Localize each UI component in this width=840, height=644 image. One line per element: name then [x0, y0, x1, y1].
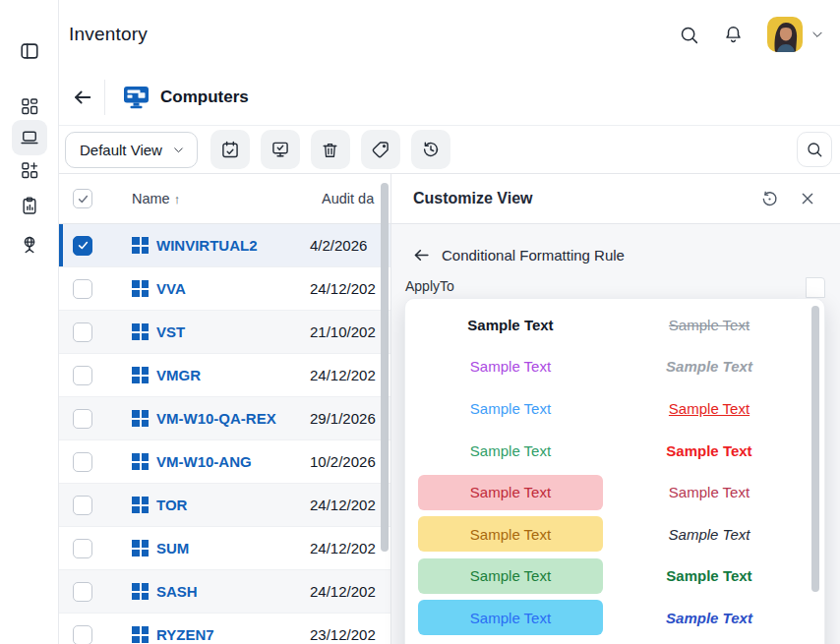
trash-icon: [321, 141, 339, 159]
rule-back-button[interactable]: [411, 245, 431, 264]
row-checkbox[interactable]: [73, 409, 92, 429]
tag-button[interactable]: [361, 130, 400, 169]
style-option-row: Sample Text Sample Text: [405, 430, 824, 472]
calendar-check-icon: [220, 140, 240, 159]
row-checkbox[interactable]: [73, 452, 92, 472]
popup-scrollbar[interactable]: [811, 306, 819, 592]
style-option-right[interactable]: Sample Text: [624, 442, 795, 459]
chevron-down-icon: [172, 144, 185, 156]
table-body: WINVIRTUAL2 4/2/2026 VVA 24/12/202 VST 2…: [59, 224, 390, 644]
applyto-label: ApplyTo: [405, 278, 454, 294]
name-column-label: Name: [132, 191, 170, 206]
row-checkbox[interactable]: [73, 236, 92, 256]
rule-title: Conditional Formatting Rule: [442, 247, 625, 263]
notifications-bell-icon[interactable]: [723, 25, 744, 45]
windows-icon: [132, 626, 149, 643]
sidebar-item-network-discovery[interactable]: [18, 233, 41, 257]
collapse-sidebar-icon[interactable]: [18, 39, 41, 63]
table-row[interactable]: TOR 24/12/202: [59, 484, 390, 527]
windows-icon: [132, 237, 149, 254]
user-avatar[interactable]: [767, 17, 803, 52]
assign-device-button[interactable]: [261, 130, 300, 169]
row-checkbox[interactable]: [73, 496, 92, 515]
sidebar-item-patch[interactable]: [18, 158, 41, 182]
delete-button[interactable]: [311, 130, 350, 169]
windows-icon: [132, 583, 149, 600]
computers-icon: [123, 85, 150, 109]
sidebar-item-dashboard[interactable]: [18, 94, 41, 118]
style-option-left[interactable]: Sample Text: [418, 433, 603, 468]
sidebar-item-reports[interactable]: [18, 194, 41, 217]
device-name-link[interactable]: VMGR: [156, 367, 201, 383]
row-checkbox[interactable]: [73, 625, 92, 644]
close-panel-button[interactable]: [797, 188, 818, 209]
style-option-right[interactable]: Sample Text: [624, 484, 795, 500]
device-name-link[interactable]: RYZEN7: [156, 626, 214, 643]
row-checkbox[interactable]: [73, 279, 92, 299]
style-option-right[interactable]: Sample Text: [624, 567, 795, 584]
sidebar-item-devices[interactable]: [12, 120, 47, 155]
table-search-button[interactable]: [797, 132, 832, 167]
style-option-left[interactable]: Sample Text: [418, 558, 603, 594]
search-icon[interactable]: [679, 25, 699, 45]
row-checkbox[interactable]: [73, 322, 92, 342]
windows-icon: [132, 497, 149, 513]
close-icon: [800, 191, 815, 206]
device-name-link[interactable]: TOR: [156, 497, 187, 513]
restore-icon: [760, 190, 779, 208]
style-option-right[interactable]: Sample Text: [624, 317, 795, 333]
style-option-right[interactable]: Sample Text: [624, 400, 795, 417]
table-row[interactable]: VM-W10-ANG 10/2/2026: [59, 440, 390, 484]
device-name-link[interactable]: SUM: [156, 540, 189, 556]
view-selector-dropdown[interactable]: Default View: [65, 132, 198, 168]
style-option-left[interactable]: Sample Text: [418, 600, 603, 635]
applyto-select[interactable]: [806, 277, 825, 298]
column-header-name[interactable]: Name ↑: [132, 191, 180, 206]
back-button[interactable]: [69, 84, 96, 111]
style-options-list: Sample Text Sample Text Sample Text Samp…: [405, 304, 824, 639]
row-checkbox[interactable]: [73, 539, 92, 558]
table-row[interactable]: SASH 24/12/202: [59, 570, 390, 614]
search-icon: [806, 141, 823, 158]
table-row[interactable]: VST 21/10/202: [59, 311, 390, 354]
account-chevron-down-icon[interactable]: [810, 28, 824, 41]
device-name-link[interactable]: WINVIRTUAL2: [156, 237, 258, 254]
device-name-link[interactable]: VVA: [156, 280, 186, 297]
style-option-row: Sample Text Sample Text: [405, 387, 824, 430]
style-option-row: Sample Text Sample Text: [405, 346, 824, 388]
row-checkbox[interactable]: [73, 582, 92, 602]
style-option-left[interactable]: Sample Text: [418, 390, 603, 426]
topbar: Inventory: [59, 0, 840, 69]
style-option-right[interactable]: Sample Text: [624, 358, 795, 375]
table-row[interactable]: RYZEN7 23/12/202: [59, 614, 390, 644]
style-option-left[interactable]: Sample Text: [418, 349, 603, 384]
device-name-link[interactable]: VM-W10-ANG: [156, 453, 252, 470]
style-option-row: Sample Text Sample Text: [405, 304, 824, 346]
select-all-checkbox[interactable]: [73, 189, 92, 208]
divider: [104, 80, 105, 115]
reset-view-button[interactable]: [758, 188, 780, 209]
device-name-link[interactable]: VST: [156, 323, 185, 340]
schedule-button[interactable]: [210, 130, 250, 169]
style-option-right[interactable]: Sample Text: [624, 526, 795, 543]
device-name-link[interactable]: SASH: [156, 583, 198, 600]
table-scrollbar[interactable]: [381, 183, 389, 552]
table-row[interactable]: VVA 24/12/202: [59, 267, 390, 311]
style-option-left[interactable]: Sample Text: [418, 307, 603, 342]
row-checkbox[interactable]: [73, 366, 92, 385]
table-row[interactable]: WINVIRTUAL2 4/2/2026: [59, 224, 390, 267]
style-option-left[interactable]: Sample Text: [418, 516, 603, 552]
style-options-popup: Sample Text Sample Text Sample Text Samp…: [404, 298, 825, 644]
table-row[interactable]: SUM 24/12/202: [59, 527, 390, 570]
device-name-link[interactable]: VM-W10-QA-REX: [156, 410, 276, 427]
sort-asc-icon: ↑: [174, 192, 181, 206]
windows-icon: [132, 410, 149, 427]
page-title: Computers: [160, 88, 249, 107]
style-option-left[interactable]: Sample Text: [418, 475, 603, 510]
windows-icon: [132, 280, 149, 297]
table-row[interactable]: VM-W10-QA-REX 29/1/2026: [59, 397, 390, 440]
table-row[interactable]: VMGR 24/12/202: [59, 354, 390, 397]
windows-icon: [132, 323, 149, 340]
history-button[interactable]: [411, 130, 450, 169]
style-option-right[interactable]: Sample Text: [624, 610, 795, 626]
